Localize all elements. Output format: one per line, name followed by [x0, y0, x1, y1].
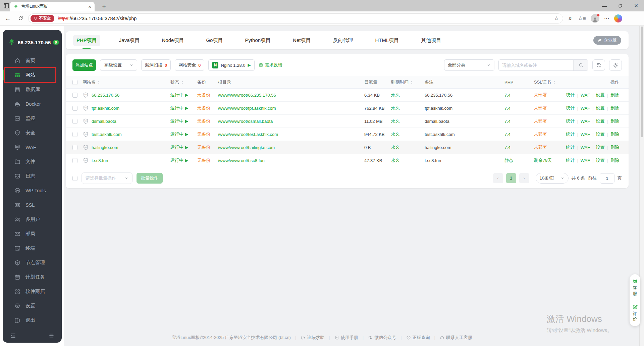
advanced-settings-button[interactable]: 高级设置: [100, 59, 126, 71]
batch-apply-button[interactable]: 批量操作: [137, 173, 163, 184]
expire-value[interactable]: 永久: [391, 131, 425, 137]
backup-link[interactable]: 无备份: [197, 92, 218, 98]
row-action-stats[interactable]: 统计: [566, 131, 575, 137]
tab-other[interactable]: 其他项目: [418, 35, 444, 46]
sidebar-item-monitor[interactable]: 监控: [3, 111, 62, 126]
copilot-icon[interactable]: [614, 14, 622, 22]
sidebar-item-logs[interactable]: 日志: [3, 169, 62, 183]
row-action-delete[interactable]: 删除: [610, 157, 619, 163]
row-action-settings[interactable]: 设置: [596, 92, 605, 98]
backup-link[interactable]: 无备份: [197, 157, 218, 163]
sidebar-item-settings[interactable]: 设置: [3, 299, 62, 313]
expire-value[interactable]: 永久: [391, 144, 425, 150]
tab-close-icon[interactable]: ×: [88, 4, 91, 9]
close-button[interactable]: ×: [628, 0, 644, 11]
tab-proxy[interactable]: 反向代理: [329, 35, 356, 46]
ssl-status[interactable]: 未部署: [534, 118, 566, 124]
footer-link-contact-support[interactable]: 联系人工客服: [440, 335, 472, 341]
status-play-icon[interactable]: ▶: [185, 158, 188, 163]
tab-html[interactable]: HTML项目: [372, 35, 402, 46]
row-checkbox[interactable]: [72, 158, 77, 163]
expire-value[interactable]: 永久: [391, 118, 425, 124]
root-path-link[interactable]: /www/wwwroot/t.sc8.fun: [218, 158, 364, 163]
sidebar-item-mail[interactable]: 邮局: [3, 227, 62, 241]
row-action-delete[interactable]: 删除: [610, 144, 619, 150]
new-tab-button[interactable]: +: [99, 2, 109, 11]
refresh-icon[interactable]: [15, 13, 25, 23]
current-page[interactable]: 1: [506, 173, 516, 183]
sidebar-item-site[interactable]: 网站: [3, 68, 62, 82]
row-action-delete[interactable]: 删除: [610, 118, 619, 124]
row-action-waf[interactable]: WAF: [581, 158, 590, 163]
sidebar-item-store[interactable]: 软件商店: [3, 284, 62, 299]
site-name-link[interactable]: 66.235.170.56: [92, 93, 119, 98]
sidebar-item-waf[interactable]: WAF: [3, 140, 62, 154]
note-value[interactable]: dsmall.baota: [425, 119, 504, 124]
site-name-link[interactable]: dsmall.baota: [92, 119, 116, 124]
tab-go[interactable]: Go项目: [203, 35, 226, 46]
edition-badge[interactable]: 企业版: [593, 36, 621, 45]
list-settings-button[interactable]: [609, 59, 622, 71]
sidebar-menu-icon[interactable]: [48, 333, 54, 339]
row-action-waf[interactable]: WAF: [581, 106, 590, 111]
site-name-link[interactable]: fpf.askhlk.com: [92, 106, 119, 111]
note-value[interactable]: test.askhlk.com: [425, 132, 504, 137]
row-action-settings[interactable]: 设置: [596, 144, 605, 150]
tab-java[interactable]: Java项目: [116, 35, 143, 46]
sidebar-item-node[interactable]: 节点管理: [3, 255, 62, 270]
advanced-settings-dropdown[interactable]: [126, 59, 137, 71]
prev-page-button[interactable]: ‹: [493, 173, 503, 183]
select-all-checkbox[interactable]: [72, 176, 77, 181]
review-button[interactable]: 评价: [632, 304, 638, 322]
sidebar-collapse-icon[interactable]: [10, 333, 16, 339]
row-action-waf[interactable]: WAF: [581, 119, 590, 124]
root-path-link[interactable]: /www/wwwroot/66.235.170.56: [218, 93, 364, 98]
row-checkbox[interactable]: [72, 145, 77, 150]
status-play-icon[interactable]: ▶: [185, 93, 188, 97]
backup-link[interactable]: 无备份: [197, 144, 218, 150]
sidebar-item-docker[interactable]: Docker: [3, 97, 62, 111]
ssl-status[interactable]: 未部署: [534, 144, 566, 150]
note-value[interactable]: fpf.askhlk.com: [425, 106, 504, 111]
row-action-settings[interactable]: 设置: [596, 131, 605, 137]
security-badge[interactable]: 不安全: [31, 15, 54, 22]
backup-link[interactable]: 无备份: [197, 131, 218, 137]
row-action-waf[interactable]: WAF: [581, 93, 590, 98]
sidebar-item-database[interactable]: 数据库: [3, 82, 62, 97]
row-action-settings[interactable]: 设置: [596, 157, 605, 163]
select-all-checkbox[interactable]: [72, 80, 77, 85]
sidebar-item-ssl[interactable]: SSL: [3, 198, 62, 212]
ssl-status[interactable]: 未部署: [534, 131, 566, 137]
sidebar-item-files[interactable]: 文件: [3, 154, 62, 169]
tab-node[interactable]: Node项目: [159, 35, 187, 46]
root-path-link[interactable]: /www/wwwroot/hailingke.com: [218, 145, 364, 150]
expire-value[interactable]: 永久: [391, 157, 425, 163]
php-version[interactable]: 7.4: [504, 132, 534, 137]
status-play-icon[interactable]: ▶: [185, 106, 188, 110]
col-header-ssl[interactable]: SSL证书: [534, 79, 610, 85]
nginx-play-icon[interactable]: ▶: [248, 63, 251, 67]
row-action-settings[interactable]: 设置: [596, 118, 605, 124]
tab-actions-icon[interactable]: [3, 3, 9, 9]
minimize-button[interactable]: —: [597, 0, 612, 11]
tab-net[interactable]: Net项目: [289, 35, 314, 46]
row-checkbox[interactable]: [72, 132, 77, 137]
row-action-stats[interactable]: 统计: [566, 118, 575, 124]
site-security-button[interactable]: 网站安全 0: [175, 59, 204, 71]
row-checkbox[interactable]: [72, 93, 77, 98]
php-version[interactable]: 静态: [504, 157, 534, 163]
status-play-icon[interactable]: ▶: [185, 119, 188, 123]
vuln-scan-button[interactable]: 漏洞扫描 0: [141, 59, 171, 71]
backup-link[interactable]: 无备份: [197, 118, 218, 124]
col-header-expire[interactable]: 到期时间: [391, 79, 425, 85]
sort-icon[interactable]: [410, 80, 414, 85]
category-select[interactable]: 全部分类: [444, 59, 494, 71]
sort-icon[interactable]: [552, 80, 556, 85]
batch-action-select[interactable]: 请选择批量操作: [82, 172, 132, 184]
backup-link[interactable]: 无备份: [197, 105, 218, 111]
row-action-waf[interactable]: WAF: [581, 132, 590, 137]
php-version[interactable]: 7.4: [504, 119, 534, 124]
col-header-site-name[interactable]: 网站名: [83, 79, 170, 85]
root-path-link[interactable]: /www/wwwroot/dsmall.baota: [218, 119, 364, 124]
expire-value[interactable]: 永久: [391, 105, 425, 111]
